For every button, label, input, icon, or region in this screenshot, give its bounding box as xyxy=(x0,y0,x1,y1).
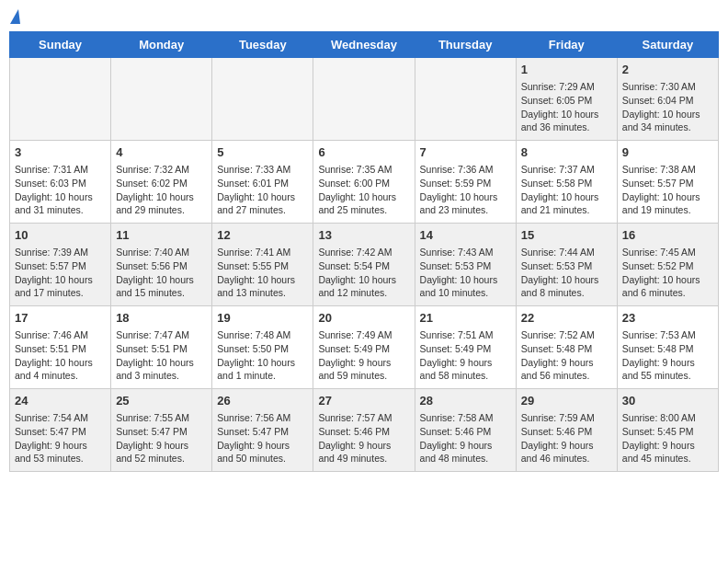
sunset-text: Sunset: 6:05 PM xyxy=(521,94,612,108)
daylight-text: Daylight: 10 hours and 25 minutes. xyxy=(318,190,409,217)
daylight-text: Daylight: 10 hours and 34 minutes. xyxy=(622,108,713,134)
sunrise-text: Sunrise: 7:52 AM xyxy=(521,328,612,342)
cell-content: 29 Sunrise: 7:59 AM Sunset: 5:46 PM Dayl… xyxy=(521,393,612,465)
daylight-text: Daylight: 9 hours and 53 minutes. xyxy=(15,439,106,465)
day-number: 28 xyxy=(420,393,511,409)
sunset-text: Sunset: 5:52 PM xyxy=(622,259,713,273)
sunrise-text: Sunrise: 7:32 AM xyxy=(116,163,207,177)
daylight-text: Daylight: 10 hours and 31 minutes. xyxy=(15,190,106,217)
calendar-cell: 28 Sunrise: 7:58 AM Sunset: 5:46 PM Dayl… xyxy=(415,389,516,472)
daylight-text: Daylight: 10 hours and 4 minutes. xyxy=(15,356,106,383)
daylight-text: Daylight: 10 hours and 13 minutes. xyxy=(217,273,308,300)
day-number: 9 xyxy=(622,144,713,161)
calendar-cell: 18 Sunrise: 7:47 AM Sunset: 5:51 PM Dayl… xyxy=(111,306,212,389)
cell-content: 23 Sunrise: 7:53 AM Sunset: 5:48 PM Dayl… xyxy=(622,310,713,383)
page-header xyxy=(9,9,719,22)
sunrise-text: Sunrise: 7:38 AM xyxy=(622,163,713,177)
sunset-text: Sunset: 5:46 PM xyxy=(521,425,612,439)
sunrise-text: Sunrise: 7:46 AM xyxy=(15,328,106,342)
sunset-text: Sunset: 5:57 PM xyxy=(622,177,713,190)
sunset-text: Sunset: 5:49 PM xyxy=(318,342,409,356)
calendar-cell xyxy=(415,58,516,141)
sunset-text: Sunset: 5:49 PM xyxy=(420,342,511,356)
day-number: 15 xyxy=(521,227,612,244)
calendar-cell xyxy=(313,58,415,141)
cell-content: 13 Sunrise: 7:42 AM Sunset: 5:54 PM Dayl… xyxy=(318,227,409,300)
cell-content: 30 Sunrise: 8:00 AM Sunset: 5:45 PM Dayl… xyxy=(622,393,713,465)
cell-content: 2 Sunrise: 7:30 AM Sunset: 6:04 PM Dayli… xyxy=(622,62,713,134)
sunrise-text: Sunrise: 7:56 AM xyxy=(217,411,308,425)
daylight-text: Daylight: 10 hours and 23 minutes. xyxy=(420,190,511,217)
daylight-text: Daylight: 10 hours and 8 minutes. xyxy=(521,273,612,300)
sunrise-text: Sunrise: 7:36 AM xyxy=(420,163,511,177)
day-header-friday: Friday xyxy=(516,32,617,58)
daylight-text: Daylight: 10 hours and 3 minutes. xyxy=(116,356,207,383)
day-number: 16 xyxy=(622,227,713,244)
daylight-text: Daylight: 9 hours and 59 minutes. xyxy=(318,356,409,383)
cell-content: 24 Sunrise: 7:54 AM Sunset: 5:47 PM Dayl… xyxy=(15,393,106,465)
cell-content: 1 Sunrise: 7:29 AM Sunset: 6:05 PM Dayli… xyxy=(521,62,612,134)
sunset-text: Sunset: 5:53 PM xyxy=(521,259,612,273)
day-number: 4 xyxy=(116,144,207,161)
calendar-cell: 27 Sunrise: 7:57 AM Sunset: 5:46 PM Dayl… xyxy=(313,389,415,472)
calendar-cell: 1 Sunrise: 7:29 AM Sunset: 6:05 PM Dayli… xyxy=(516,58,617,141)
cell-content: 16 Sunrise: 7:45 AM Sunset: 5:52 PM Dayl… xyxy=(622,227,713,300)
sunset-text: Sunset: 5:58 PM xyxy=(521,177,612,190)
sunset-text: Sunset: 5:46 PM xyxy=(318,425,409,439)
calendar-cell: 10 Sunrise: 7:39 AM Sunset: 5:57 PM Dayl… xyxy=(10,224,111,306)
daylight-text: Daylight: 9 hours and 50 minutes. xyxy=(217,439,308,465)
sunrise-text: Sunrise: 7:43 AM xyxy=(420,246,511,259)
day-number: 7 xyxy=(420,144,511,161)
cell-content: 28 Sunrise: 7:58 AM Sunset: 5:46 PM Dayl… xyxy=(420,393,511,465)
daylight-text: Daylight: 10 hours and 6 minutes. xyxy=(622,273,713,300)
calendar-cell xyxy=(111,58,212,141)
sunset-text: Sunset: 5:55 PM xyxy=(217,259,308,273)
cell-content: 18 Sunrise: 7:47 AM Sunset: 5:51 PM Dayl… xyxy=(116,310,207,383)
day-number: 14 xyxy=(420,227,511,244)
cell-content: 6 Sunrise: 7:35 AM Sunset: 6:00 PM Dayli… xyxy=(318,144,409,217)
sunrise-text: Sunrise: 7:45 AM xyxy=(622,246,713,259)
daylight-text: Daylight: 10 hours and 15 minutes. xyxy=(116,273,207,300)
day-number: 27 xyxy=(318,393,409,409)
sunset-text: Sunset: 5:47 PM xyxy=(15,425,106,439)
sunset-text: Sunset: 6:04 PM xyxy=(622,94,713,108)
sunset-text: Sunset: 5:47 PM xyxy=(116,425,207,439)
calendar-cell: 17 Sunrise: 7:46 AM Sunset: 5:51 PM Dayl… xyxy=(10,306,111,389)
calendar-cell: 29 Sunrise: 7:59 AM Sunset: 5:46 PM Dayl… xyxy=(516,389,617,472)
calendar-week-row: 24 Sunrise: 7:54 AM Sunset: 5:47 PM Dayl… xyxy=(10,389,719,472)
day-number: 1 xyxy=(521,62,612,78)
day-number: 8 xyxy=(521,144,612,161)
daylight-text: Daylight: 10 hours and 36 minutes. xyxy=(521,108,612,134)
calendar-cell: 24 Sunrise: 7:54 AM Sunset: 5:47 PM Dayl… xyxy=(10,389,111,472)
daylight-text: Daylight: 9 hours and 48 minutes. xyxy=(420,439,511,465)
sunrise-text: Sunrise: 7:39 AM xyxy=(15,246,106,259)
sunrise-text: Sunrise: 7:59 AM xyxy=(521,411,612,425)
day-number: 2 xyxy=(622,62,713,78)
calendar-cell: 25 Sunrise: 7:55 AM Sunset: 5:47 PM Dayl… xyxy=(111,389,212,472)
sunrise-text: Sunrise: 7:40 AM xyxy=(116,246,207,259)
day-number: 12 xyxy=(217,227,308,244)
sunrise-text: Sunrise: 7:37 AM xyxy=(521,163,612,177)
cell-content: 26 Sunrise: 7:56 AM Sunset: 5:47 PM Dayl… xyxy=(217,393,308,465)
calendar-cell: 21 Sunrise: 7:51 AM Sunset: 5:49 PM Dayl… xyxy=(415,306,516,389)
day-number: 29 xyxy=(521,393,612,409)
day-number: 21 xyxy=(420,310,511,327)
daylight-text: Daylight: 10 hours and 19 minutes. xyxy=(622,190,713,217)
cell-content: 10 Sunrise: 7:39 AM Sunset: 5:57 PM Dayl… xyxy=(15,227,106,300)
sunrise-text: Sunrise: 7:33 AM xyxy=(217,163,308,177)
calendar-cell: 9 Sunrise: 7:38 AM Sunset: 5:57 PM Dayli… xyxy=(617,141,718,224)
calendar-cell: 8 Sunrise: 7:37 AM Sunset: 5:58 PM Dayli… xyxy=(516,141,617,224)
sunset-text: Sunset: 5:51 PM xyxy=(15,342,106,356)
calendar-cell: 12 Sunrise: 7:41 AM Sunset: 5:55 PM Dayl… xyxy=(212,224,313,306)
daylight-text: Daylight: 10 hours and 21 minutes. xyxy=(521,190,612,217)
sunset-text: Sunset: 5:50 PM xyxy=(217,342,308,356)
cell-content: 19 Sunrise: 7:48 AM Sunset: 5:50 PM Dayl… xyxy=(217,310,308,383)
calendar-week-row: 1 Sunrise: 7:29 AM Sunset: 6:05 PM Dayli… xyxy=(10,58,719,141)
sunrise-text: Sunrise: 7:58 AM xyxy=(420,411,511,425)
cell-content: 25 Sunrise: 7:55 AM Sunset: 5:47 PM Dayl… xyxy=(116,393,207,465)
cell-content: 14 Sunrise: 7:43 AM Sunset: 5:53 PM Dayl… xyxy=(420,227,511,300)
calendar-cell: 15 Sunrise: 7:44 AM Sunset: 5:53 PM Dayl… xyxy=(516,224,617,306)
day-header-saturday: Saturday xyxy=(617,32,718,58)
cell-content: 7 Sunrise: 7:36 AM Sunset: 5:59 PM Dayli… xyxy=(420,144,511,217)
day-number: 18 xyxy=(116,310,207,327)
